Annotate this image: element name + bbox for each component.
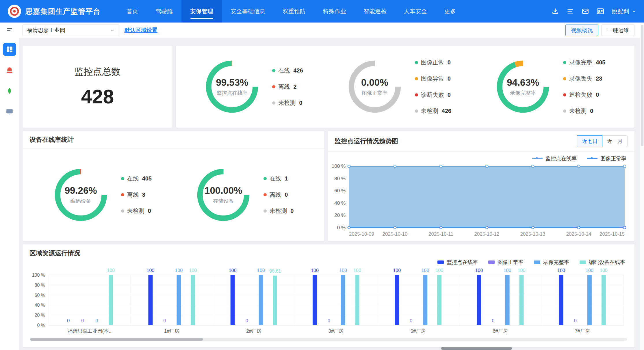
legend-dot-icon xyxy=(121,193,124,196)
list-icon[interactable] xyxy=(567,8,574,15)
nav-item[interactable]: 首页 xyxy=(118,0,147,23)
brand[interactable]: 思嘉集团生产监管平台 xyxy=(8,4,101,18)
scrollbar-thumb[interactable] xyxy=(30,338,203,341)
legend-dot-icon xyxy=(563,109,566,113)
legend-item[interactable]: 图像正常率 xyxy=(587,155,626,162)
legend-label: 巡检失败 xyxy=(569,91,592,99)
legend-label: 未检测 xyxy=(421,107,438,115)
one-key-ops-button[interactable]: 一键运维 xyxy=(602,25,634,36)
page-horizontal-scroll-thumb[interactable] xyxy=(441,347,512,350)
video-overview-button[interactable]: 视频概况 xyxy=(565,25,598,36)
legend-label: 监控点在线率 xyxy=(447,259,478,266)
legend-item[interactable]: 监控点在线率 xyxy=(437,259,478,266)
legend-item: 未检测 0 xyxy=(121,207,152,215)
legend-dot-icon xyxy=(415,61,418,64)
record-integrity-rate-group: 94.63% 录像完整率 录像完整 405 xyxy=(495,59,605,115)
legend-dot-icon xyxy=(415,109,418,113)
donut-label: 监控点在线率 xyxy=(216,90,248,96)
legend-item: 录像丢失 23 xyxy=(563,75,605,83)
svg-text:6#厂房: 6#厂房 xyxy=(493,328,508,334)
legend-label: 图像正常率 xyxy=(600,155,626,162)
svg-text:80 %: 80 % xyxy=(35,283,45,288)
legend-item[interactable]: 监控点在线率 xyxy=(532,155,577,162)
scrollbar-thumb[interactable] xyxy=(641,25,643,146)
legend-item[interactable]: 图像正常率 xyxy=(488,259,524,266)
nav-item[interactable]: 安保管理 xyxy=(181,0,222,23)
nav-item-label: 更多 xyxy=(444,8,456,15)
record-integrity-rate-donut: 94.63% 录像完整率 xyxy=(495,59,550,114)
user-menu[interactable]: 姚配剑 xyxy=(612,8,636,15)
card-title: 监控点运行情况趋势图 xyxy=(335,137,398,146)
page-vertical-scrollbar[interactable] xyxy=(640,23,644,350)
svg-text:7#厂房: 7#厂房 xyxy=(575,328,590,334)
legend-item: 在线 405 xyxy=(121,175,152,183)
nav-item-label: 驾驶舱 xyxy=(155,8,173,15)
collapse-sidebar-button[interactable] xyxy=(0,23,19,38)
svg-text:100 %: 100 % xyxy=(332,163,346,169)
line-marker-icon xyxy=(532,157,543,160)
svg-text:60 %: 60 % xyxy=(35,293,45,298)
brand-logo-icon xyxy=(8,4,21,18)
trend-card: 监控点运行情况趋势图 近七日 近一月 监控点在线率 xyxy=(328,131,634,241)
nav-item[interactable]: 更多 xyxy=(436,0,465,23)
legend-value: 0 xyxy=(590,108,593,114)
region-settings-link[interactable]: 默认区域设置 xyxy=(125,27,157,34)
nav-item[interactable]: 特殊作业 xyxy=(314,0,355,23)
nav-item[interactable]: 智能巡检 xyxy=(355,0,395,23)
range-button[interactable]: 近一月 xyxy=(602,135,628,147)
image-normal-rate-donut: 0.00% 图像正常率 xyxy=(347,59,402,114)
svg-text:0 %: 0 % xyxy=(37,323,45,328)
svg-text:2025-10-10: 2025-10-10 xyxy=(383,231,408,237)
legend-item: 图像异常 0 xyxy=(415,75,451,83)
legend-item: 在线 1 xyxy=(263,175,294,183)
mail-icon[interactable] xyxy=(582,8,589,15)
sidebar-item-monitor[interactable] xyxy=(3,105,16,118)
nav-item[interactable]: 双重预防 xyxy=(274,0,314,23)
middle-row: 设备在线率统计 99.26% 编码设备 xyxy=(23,131,634,241)
svg-text:100: 100 xyxy=(107,268,115,273)
legend-label: 图像正常率 xyxy=(498,259,524,266)
legend-item[interactable]: 编码设备在线率 xyxy=(580,259,625,266)
legend-value: 0 xyxy=(596,92,599,98)
legend-item: 未检测 426 xyxy=(415,107,451,115)
circle-icon-part xyxy=(536,157,538,159)
nav-item-label: 智能巡检 xyxy=(363,8,387,15)
donut-center: 100.00% 存储设备 xyxy=(196,167,251,222)
nav-item[interactable]: 安全基础信息 xyxy=(222,0,274,23)
legend-dot-icon xyxy=(563,61,566,64)
donut-legend: 录像完整 405 录像丢失 23 xyxy=(563,59,605,115)
svg-text:100: 100 xyxy=(504,268,511,273)
sidebar-item-alarm[interactable] xyxy=(3,64,16,77)
legend-item: 在线 426 xyxy=(272,67,303,75)
sidebar-item-video-wall[interactable] xyxy=(3,43,16,56)
nav-item[interactable]: 人车安全 xyxy=(395,0,436,23)
nav-item[interactable]: 驾驶舱 xyxy=(147,0,181,23)
legend-dot-icon xyxy=(272,101,275,105)
region-select-value: 福清思嘉工业园 xyxy=(27,27,65,34)
region-select[interactable]: 福清思嘉工业园 xyxy=(23,25,119,36)
svg-text:0: 0 xyxy=(67,318,70,323)
download-icon[interactable] xyxy=(552,8,559,15)
alarm-icon xyxy=(6,66,13,74)
summary-stats-card: 99.53% 监控点在线率 在线 426 xyxy=(176,46,634,128)
svg-text:2025-10-11: 2025-10-11 xyxy=(428,231,453,237)
svg-text:100: 100 xyxy=(229,268,237,273)
card-title: 区域资源运行情况 xyxy=(29,249,80,258)
legend-dot-icon xyxy=(121,209,124,213)
legend-dot-icon xyxy=(121,177,124,180)
legend-label: 监控点在线率 xyxy=(545,155,577,162)
range-button[interactable]: 近七日 xyxy=(577,135,602,147)
contact-card-icon[interactable] xyxy=(597,8,604,15)
chevron-down-icon xyxy=(110,28,115,33)
legend-item[interactable]: 录像完整率 xyxy=(534,259,569,266)
summary-row: 监控点总数 428 99.53% 监控点在线率 xyxy=(23,46,634,128)
legend-dot-icon xyxy=(263,193,267,196)
legend-dot-icon xyxy=(272,85,275,88)
bar-swatch-icon xyxy=(488,260,495,264)
chart-horizontal-scrollbar[interactable] xyxy=(30,338,627,341)
svg-text:40 %: 40 % xyxy=(35,303,45,308)
nav-item-label: 首页 xyxy=(127,8,138,15)
sidebar-item-leaf[interactable] xyxy=(3,84,16,98)
donut-center: 0.00% 图像正常率 xyxy=(347,59,402,114)
legend-dot-icon xyxy=(263,177,267,180)
